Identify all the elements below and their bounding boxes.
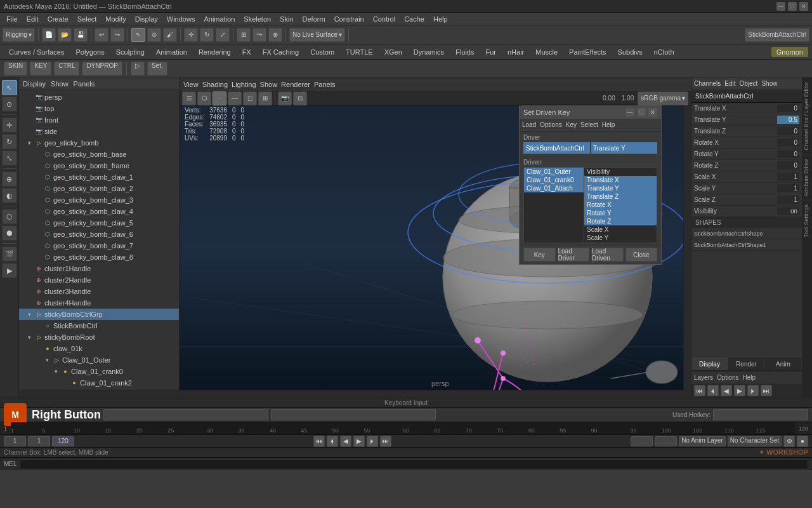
object-name-field[interactable]: StickBombAttachCtrl <box>745 28 809 42</box>
menu-display[interactable]: Display <box>131 14 162 24</box>
tree-item-claw-01k[interactable]: ●claw_01k <box>19 343 179 354</box>
sdk-close-button[interactable]: ✕ <box>648 108 657 117</box>
menu-control[interactable]: Control <box>369 14 399 24</box>
sdk-close-button[interactable]: Close <box>625 248 658 262</box>
tree-item-front[interactable]: 📷front <box>19 114 179 126</box>
viewport-right-scrollbar[interactable] <box>683 105 691 390</box>
menu-animation[interactable]: Animation <box>200 14 239 24</box>
cb-menu-channels[interactable]: Channels <box>694 80 721 87</box>
cb-menu-object[interactable]: Object <box>740 80 758 87</box>
sdk-menu-options[interactable]: Options <box>540 121 561 128</box>
module-rendering[interactable]: Rendering <box>193 47 236 57</box>
playback-end-input[interactable]: 120 <box>631 436 653 446</box>
menu-cache[interactable]: Cache <box>400 14 428 24</box>
tree-item-persp[interactable]: 📷persp <box>19 91 179 103</box>
sdk-menu-key[interactable]: Key <box>566 121 577 128</box>
sdk-menu-help[interactable]: Help <box>602 121 615 128</box>
vp-frame[interactable]: ⊡ <box>293 91 307 105</box>
cb-rotate-z[interactable]: Rotate Z 0 <box>691 160 802 171</box>
sdk-driven-name-outer[interactable]: Claw_01_Outer <box>524 168 584 176</box>
sdk-attr-visibility[interactable]: Visibility <box>584 168 657 176</box>
module-animation[interactable]: Animation <box>151 47 192 57</box>
history[interactable]: ⬢ <box>2 225 17 241</box>
vp-select-face[interactable]: ◻ <box>243 91 257 105</box>
cb-translate-y[interactable]: Translate Y 0.5 <box>691 114 802 126</box>
show-manip[interactable]: ⬡ <box>2 209 17 224</box>
sdk-menu-select[interactable]: Select <box>580 121 598 128</box>
anim-end-btn[interactable]: ⏭ <box>761 385 772 396</box>
menu-skin[interactable]: Skin <box>276 14 297 24</box>
key-btn[interactable]: KEY <box>30 62 51 76</box>
anim-prev-btn[interactable]: ⏴ <box>707 385 719 396</box>
vtab-attribute-editor[interactable]: Attribute Editor <box>802 154 812 201</box>
sdk-driver-attr[interactable]: Translate Y <box>591 142 657 154</box>
vtab-tool-settings[interactable]: Tool Settings <box>802 200 812 241</box>
menu-deform[interactable]: Deform <box>299 14 329 24</box>
rotate-tool-button[interactable]: ↻ <box>200 28 214 42</box>
anim-next-btn[interactable]: ⏵ <box>747 385 759 396</box>
go-start-button[interactable]: ⏮ <box>313 436 325 447</box>
range-end-input[interactable]: 200 <box>655 436 677 446</box>
module-sculpting[interactable]: Sculpting <box>111 47 150 57</box>
cb-rotate-x[interactable]: Rotate X 0 <box>691 137 802 149</box>
timeline[interactable]: 1 1 5 10 15 20 25 30 35 40 45 50 55 60 6… <box>0 422 812 434</box>
menu-select[interactable]: Select <box>74 14 101 24</box>
render[interactable]: 🎬 <box>2 246 17 262</box>
tree-item-geo-sticky-bomb-claw-5[interactable]: ⬡geo_sticky_bomb_claw_5 <box>19 217 179 229</box>
mode-dropdown[interactable]: Rigging ▾ <box>3 28 35 42</box>
tree-item-geo-sticky-bomb-claw-2[interactable]: ⬡geo_sticky_bomb_claw_2 <box>19 183 179 194</box>
tree-item-cluster2handle[interactable]: ⊕cluster2Handle <box>19 274 179 286</box>
sdk-menu-load[interactable]: Load <box>522 121 536 128</box>
vp-select-edge[interactable]: — <box>228 91 242 105</box>
cb-scale-y[interactable]: Scale Y 1 <box>691 183 802 194</box>
lasso-select-button[interactable]: ⊙ <box>147 28 161 42</box>
module-curves[interactable]: Curves / Surfaces <box>4 47 69 57</box>
outliner-display-menu[interactable]: Display <box>23 80 46 88</box>
vp-menu-panels[interactable]: Panels <box>314 81 336 88</box>
sdk-minimize-button[interactable]: — <box>625 108 634 117</box>
minimize-button[interactable]: — <box>776 2 785 11</box>
module-fx[interactable]: FX <box>237 47 256 57</box>
redo-button[interactable]: ↪ <box>110 28 124 42</box>
tree-item-stickybombctrlgrp[interactable]: ▾▷stickyBombCtrlGrp <box>19 309 179 320</box>
sdk-key-button[interactable]: Key <box>523 248 556 262</box>
character-dropdown[interactable]: No Character Set <box>728 436 782 446</box>
cb-tab-display[interactable]: Display <box>691 358 728 370</box>
sdk-load-driver-button[interactable]: Load Driver <box>558 248 590 262</box>
mel-input[interactable] <box>20 459 808 469</box>
tree-item-geo-sticky-bomb-claw-8[interactable]: ⬡geo_sticky_bomb_claw_8 <box>19 251 179 263</box>
outliner-panels-menu[interactable]: Panels <box>74 80 95 88</box>
module-nhair[interactable]: nHair <box>502 47 529 57</box>
dynprop-btn[interactable]: DYNPROP <box>82 62 122 76</box>
tree-item-geo-sticky-bomb[interactable]: ▾▷geo_sticky_bomb <box>19 137 179 149</box>
outliner-show-menu[interactable]: Show <box>51 80 69 88</box>
auto-key-button[interactable]: ● <box>797 436 808 447</box>
current-frame-input[interactable] <box>4 436 26 446</box>
sdk-attr-rotatey[interactable]: Rotate Y <box>584 209 657 217</box>
start-frame-input[interactable] <box>28 436 50 446</box>
tree-item-geo-sticky-bomb-base[interactable]: ⬡geo_sticky_bomb_base <box>19 149 179 160</box>
cb-help-menu[interactable]: Help <box>742 374 756 381</box>
module-ncloth[interactable]: nCloth <box>649 47 679 57</box>
go-end-button[interactable]: ⏭ <box>380 436 391 447</box>
sdk-attr-rotatez[interactable]: Rotate Z <box>584 217 657 225</box>
vp-select-all[interactable]: ☰ <box>182 91 196 105</box>
tree-item-geo-sticky-bomb-claw-1[interactable]: ⬡geo_sticky_bomb_claw_1 <box>19 171 179 183</box>
sdk-driven-name-crank[interactable]: Claw_01_crank0 <box>524 176 584 184</box>
module-fluids[interactable]: Fluids <box>450 47 479 57</box>
vp-camera[interactable]: 📷 <box>278 91 292 105</box>
close-button[interactable]: ✕ <box>799 2 808 11</box>
open-file-button[interactable]: 📂 <box>58 28 72 42</box>
set-btn[interactable]: Set. <box>147 62 167 76</box>
command-input-1[interactable] <box>103 409 268 420</box>
menu-skeleton[interactable]: Skeleton <box>240 14 275 24</box>
tree-item-geo-sticky-bomb-claw-6[interactable]: ⬡geo_sticky_bomb_claw_6 <box>19 229 179 240</box>
vp-menu-show[interactable]: Show <box>260 81 278 88</box>
play-back-button[interactable]: ◀ <box>340 436 351 447</box>
snap-grid-button[interactable]: ⊞ <box>237 28 251 42</box>
tree-item-claw-01-crank0[interactable]: ▾●Claw_01_crank0 <box>19 366 179 377</box>
snap-curve-button[interactable]: 〜 <box>252 28 266 42</box>
tree-item-claw-01-outer[interactable]: ▾▷Claw_01_Outer <box>19 354 179 366</box>
viewport-canvas[interactable]: Verts:3763600 Edges:7460200 Faces:369350… <box>180 105 683 390</box>
module-paintfx[interactable]: PaintEffects <box>564 47 612 57</box>
